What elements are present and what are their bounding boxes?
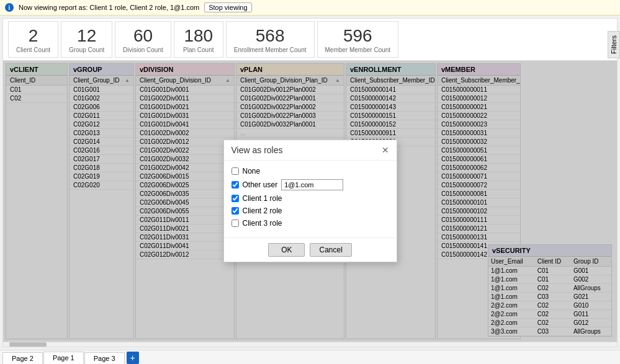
filters-tab[interactable]: Filters xyxy=(608,31,620,58)
client-count-label: Client Count xyxy=(16,47,50,53)
other-user-row: Other user xyxy=(231,179,389,190)
stats-row: 2 Client Count 12 Group Count 60 Divisio… xyxy=(3,19,617,61)
client-count-number: 2 xyxy=(16,25,50,47)
group-count-number: 12 xyxy=(69,25,104,47)
plan-count-number: 180 xyxy=(182,25,215,47)
division-count-number: 60 xyxy=(123,25,163,47)
view-as-roles-modal: View as roles ✕ None Other user xyxy=(223,140,397,262)
client2-label[interactable]: Client 2 role xyxy=(243,206,282,215)
modal-title: View as roles xyxy=(231,145,283,155)
other-user-input[interactable] xyxy=(281,179,343,190)
enrollment-count-label: Enrollment Member Count xyxy=(234,47,307,53)
none-label[interactable]: None xyxy=(243,167,261,175)
none-checkbox-row: None xyxy=(231,167,389,175)
cancel-button[interactable]: Cancel xyxy=(310,243,351,257)
client3-checkbox-row: Client 3 role xyxy=(231,219,389,228)
tab-page2[interactable]: Page 2 xyxy=(2,352,43,364)
stat-group-count: 12 Group Count xyxy=(61,21,112,58)
other-user-label[interactable]: Other user xyxy=(243,180,278,189)
member-count-number: 596 xyxy=(325,25,391,47)
division-count-label: Division Count xyxy=(123,47,163,53)
modal-body: None Other user Client 1 role Client 2 r… xyxy=(224,161,397,237)
other-user-checkbox[interactable] xyxy=(231,181,239,189)
client1-label[interactable]: Client 1 role xyxy=(243,194,282,203)
scrollbar-thumb[interactable] xyxy=(9,342,47,347)
enrollment-count-number: 568 xyxy=(234,25,307,47)
tab-page1[interactable]: Page 1 xyxy=(43,352,84,364)
client3-checkbox[interactable] xyxy=(231,220,239,227)
viewing-banner: i Now viewing report as: Client 1 role, … xyxy=(0,0,620,16)
bottom-tabs: Page 2 Page 1 Page 3 + xyxy=(0,350,620,364)
modal-close-button[interactable]: ✕ xyxy=(382,145,389,155)
member-count-label: Member Member Count xyxy=(325,47,391,53)
stat-plan-count: 180 Plan Count xyxy=(174,21,223,58)
plan-count-label: Plan Count xyxy=(182,47,215,53)
client1-checkbox[interactable] xyxy=(231,195,239,202)
banner-text: Now viewing report as: Client 1 role, Cl… xyxy=(19,4,199,11)
add-tab-button[interactable]: + xyxy=(127,352,139,364)
client2-checkbox-row: Client 2 role xyxy=(231,206,389,215)
modal-footer: OK Cancel xyxy=(224,237,397,262)
stat-division-count: 60 Division Count xyxy=(115,21,171,58)
info-icon: i xyxy=(5,3,14,12)
stop-viewing-button[interactable]: Stop viewing xyxy=(204,2,251,12)
ok-button[interactable]: OK xyxy=(268,243,305,257)
group-count-label: Group Count xyxy=(69,47,104,53)
tables-area: vCLIENT Client_ID C01 C02 vGROUP Client_… xyxy=(3,61,617,342)
client2-checkbox[interactable] xyxy=(231,207,239,215)
tab-page3[interactable]: Page 3 xyxy=(84,352,125,364)
client3-label[interactable]: Client 3 role xyxy=(243,219,282,228)
horizontal-scrollbar[interactable] xyxy=(3,342,617,347)
main-content: 2 Client Count 12 Group Count 60 Divisio… xyxy=(2,18,618,347)
stat-enrollment-count: 568 Enrollment Member Count xyxy=(226,21,315,58)
modal-overlay: View as roles ✕ None Other user xyxy=(3,61,617,342)
modal-header: View as roles ✕ xyxy=(224,140,397,161)
none-checkbox[interactable] xyxy=(231,167,239,175)
stat-client-count: 2 Client Count xyxy=(8,21,58,58)
client1-checkbox-row: Client 1 role xyxy=(231,194,389,203)
stat-member-count: 596 Member Member Count xyxy=(317,21,399,58)
